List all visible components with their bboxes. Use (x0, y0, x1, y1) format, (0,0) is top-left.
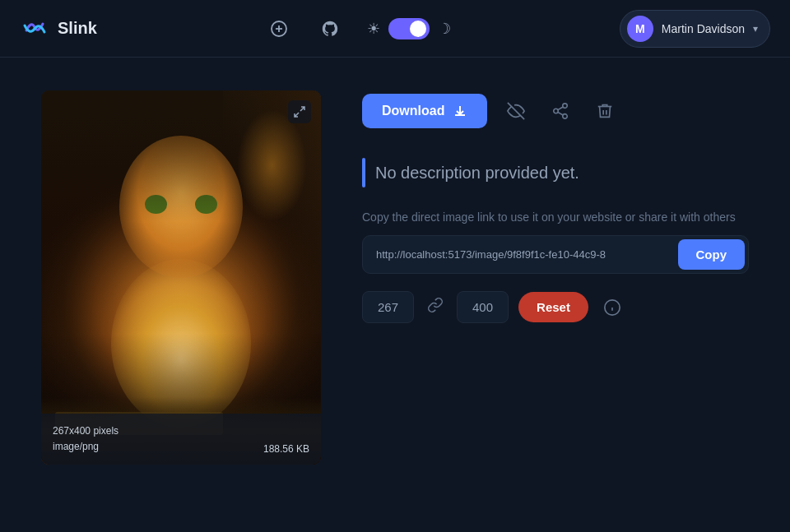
svg-point-6 (563, 114, 568, 119)
chain-link-icon (424, 290, 447, 324)
link-input-row: Copy (362, 235, 749, 274)
toggle-knob (410, 21, 426, 37)
image-size: 188.56 KB (263, 443, 309, 455)
download-button[interactable]: Download (362, 94, 487, 128)
view-count: 267 (362, 291, 414, 323)
app-title: Slink (58, 19, 97, 38)
link-caption: Copy the direct image link to use it on … (362, 210, 749, 224)
download-count: 400 (457, 291, 509, 323)
info-button[interactable] (598, 294, 626, 322)
svg-point-5 (554, 109, 559, 113)
theme-toggle-area: ☀ ☽ (367, 18, 451, 39)
image-panel: 267x400 pixels image/png 188.56 KB (41, 90, 321, 465)
github-button[interactable] (316, 15, 344, 43)
description-block: No description provided yet. (362, 158, 749, 187)
share-button[interactable] (545, 95, 576, 127)
image-dimensions-type: 267x400 pixels image/png (53, 423, 118, 455)
main-content: 267x400 pixels image/png 188.56 KB Downl… (0, 58, 790, 497)
delete-button[interactable] (589, 95, 620, 127)
description-text: No description provided yet. (375, 164, 579, 183)
slink-logo-icon (20, 12, 49, 45)
theme-toggle[interactable] (388, 18, 430, 39)
stats-row: 267 400 Reset (362, 290, 749, 324)
link-section: Copy the direct image link to use it on … (362, 210, 749, 274)
user-name: Martin Davidson (662, 22, 745, 35)
right-panel: Download (362, 90, 749, 324)
hide-button[interactable] (500, 95, 532, 127)
copy-button[interactable]: Copy (678, 239, 746, 270)
expand-image-button[interactable] (288, 100, 311, 123)
add-button[interactable] (265, 15, 293, 43)
link-input[interactable] (363, 238, 678, 271)
description-accent-bar (362, 158, 365, 187)
avatar: M (627, 16, 653, 42)
header: Slink ☀ ☽ M Martin Davidson ▾ (0, 0, 790, 58)
cat-image (41, 90, 321, 465)
image-container: 267x400 pixels image/png 188.56 KB (41, 90, 321, 465)
svg-point-4 (563, 104, 568, 108)
image-meta: 267x400 pixels image/png 188.56 KB (41, 414, 321, 465)
svg-line-7 (558, 112, 563, 115)
reset-button[interactable]: Reset (518, 292, 588, 322)
svg-line-8 (558, 107, 563, 110)
header-center: ☀ ☽ (97, 15, 620, 43)
action-bar: Download (362, 94, 749, 128)
logo-area: Slink (20, 12, 97, 45)
chevron-down-icon: ▾ (753, 23, 758, 35)
user-menu[interactable]: M Martin Davidson ▾ (620, 10, 770, 48)
sun-icon: ☀ (367, 20, 380, 38)
moon-icon: ☽ (438, 20, 451, 38)
